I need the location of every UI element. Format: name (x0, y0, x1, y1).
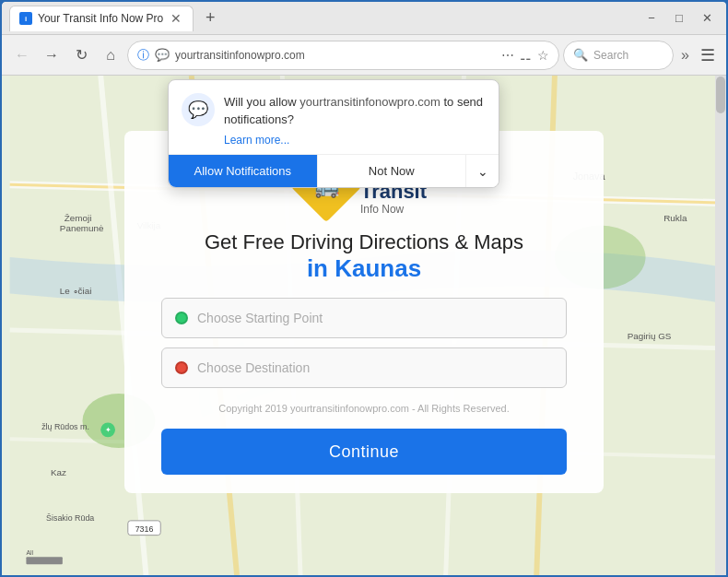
dropdown-button[interactable]: ⌄ (465, 155, 499, 187)
allow-notifications-button[interactable]: Allow Notifications (169, 155, 317, 187)
toolbar: ← → ↻ ⌂ ⓘ 💬 yourtransitinfonowpro.com ⋯ … (2, 35, 726, 76)
active-tab[interactable]: i Your Transit Info Now Pro ✕ (9, 6, 194, 31)
svg-text:Panemunė: Panemunė (60, 223, 104, 233)
popup-actions: Allow Notifications Not Now ⌄ (169, 154, 499, 187)
starting-point-icon (175, 312, 188, 324)
popup-domain: yourtransitinfonowpro.com (299, 95, 440, 109)
svg-text:Pagirių GS: Pagirių GS (628, 331, 672, 341)
svg-text:Kaz: Kaz (51, 467, 66, 477)
svg-rect-27 (26, 557, 62, 564)
menu-button[interactable]: ☰ (697, 41, 719, 69)
browser-window: i Your Transit Info Now Pro ✕ + − □ ✕ ← … (0, 0, 728, 577)
svg-text:✦: ✦ (105, 426, 112, 434)
more-options-icon[interactable]: ⋯ (501, 48, 514, 63)
window-controls: − □ ✕ (640, 6, 719, 30)
logo-sub-text: Info Now (360, 203, 427, 216)
search-placeholder: Search (593, 49, 628, 62)
tab-title: Your Transit Info Now Pro (38, 12, 163, 25)
notification-popup: 💬 Will you allow yourtransitinfonowpro.c… (168, 79, 499, 188)
destination-placeholder: Choose Destination (197, 360, 310, 375)
close-button[interactable]: ✕ (695, 6, 719, 30)
shield-icon: ⚋ (520, 48, 532, 63)
starting-point-input[interactable]: Choose Starting Point (161, 298, 567, 338)
svg-text:All: All (26, 549, 33, 556)
search-icon: 🔍 (573, 48, 588, 62)
title-bar: i Your Transit Info Now Pro ✕ + − □ ✕ (2, 2, 726, 35)
bookmark-icon[interactable]: ☆ (537, 48, 549, 63)
destination-input[interactable]: Choose Destination (161, 347, 567, 388)
refresh-button[interactable]: ↻ (68, 42, 94, 68)
tab-favicon: i (19, 12, 32, 25)
scrollbar-thumb[interactable] (716, 77, 725, 113)
extensions-button[interactable]: » (677, 43, 693, 67)
forward-button[interactable]: → (39, 42, 65, 68)
back-button[interactable]: ← (9, 42, 35, 68)
not-now-button[interactable]: Not Now (317, 155, 466, 187)
heading-city: in Kaunas (205, 254, 523, 283)
search-box[interactable]: 🔍 Search (563, 41, 674, 70)
starting-point-placeholder: Choose Starting Point (197, 311, 323, 325)
notification-icon: 💬 (182, 93, 215, 126)
destination-icon (175, 361, 188, 374)
heading-text: Get Free Driving Directions & Maps (205, 230, 523, 254)
copyright-text: Copyright 2019 yourtransitinfonowpro.com… (218, 403, 509, 414)
popup-question-text: Will you allow yourtransitinfonowpro.com… (224, 95, 483, 126)
address-action-icons: ⋯ ⚋ ☆ (501, 48, 549, 63)
continue-button[interactable]: Continue (161, 429, 567, 475)
new-tab-button[interactable]: + (197, 6, 223, 31)
content-area: Žemoji Panemunė Vilkija Jonava Rukla Le … (2, 76, 726, 575)
learn-more-link[interactable]: Learn more... (224, 134, 486, 147)
home-button[interactable]: ⌂ (98, 42, 123, 68)
svg-text:žlų Rūdos m.: žlų Rūdos m. (41, 422, 89, 431)
svg-text:Šisakio Rūda: Šisakio Rūda (46, 513, 94, 523)
address-text: yourtransitinfonowpro.com (175, 49, 496, 62)
tab-strip: i Your Transit Info Now Pro ✕ + (9, 6, 640, 31)
popup-text: Will you allow yourtransitinfonowpro.com… (224, 93, 486, 147)
svg-text:Žemoji: Žemoji (65, 213, 92, 223)
popup-body: 💬 Will you allow yourtransitinfonowpro.c… (169, 80, 499, 154)
info-icon: ⓘ (137, 47, 149, 64)
scrollbar[interactable] (715, 76, 726, 575)
svg-text:Rukla: Rukla (663, 213, 687, 223)
minimize-button[interactable]: − (640, 6, 663, 30)
address-bubble-icon: 💬 (155, 48, 170, 62)
svg-text:Le ∘čiai: Le ∘čiai (60, 286, 91, 296)
address-bar[interactable]: ⓘ 💬 yourtransitinfonowpro.com ⋯ ⚋ ☆ (127, 41, 559, 70)
route-form: Choose Starting Point Choose Destination (161, 298, 567, 388)
svg-text:7316: 7316 (135, 524, 154, 534)
maximize-button[interactable]: □ (667, 6, 691, 30)
page-heading: Get Free Driving Directions & Maps in Ka… (205, 230, 523, 283)
tab-close-button[interactable]: ✕ (169, 11, 183, 26)
